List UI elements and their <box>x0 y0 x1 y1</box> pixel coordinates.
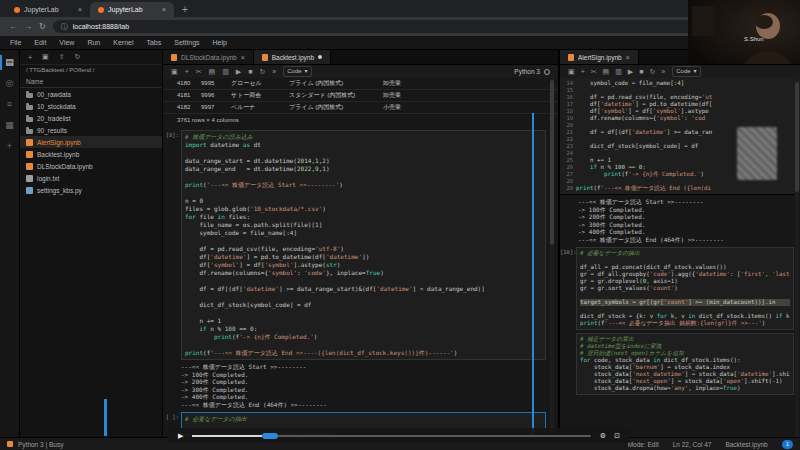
running-sessions-icon[interactable]: ◎ <box>6 78 14 88</box>
menu-item[interactable]: Run <box>87 39 100 46</box>
close-tab-icon[interactable]: × <box>78 6 82 13</box>
cell-type-dropdown[interactable]: Code ▾ <box>672 66 700 77</box>
add-cell-icon[interactable]: + <box>581 68 585 75</box>
copy-cell-icon[interactable]: ▤ <box>603 68 610 75</box>
panel-resize-highlight[interactable] <box>532 113 534 437</box>
code-editor[interactable]: # 株価データの読み込みimport datetime as dt data_r… <box>181 130 546 360</box>
new-folder-icon[interactable]: ▣ <box>42 53 49 61</box>
file-backtest-ipynb[interactable]: Backtest.ipynb <box>20 148 162 160</box>
jupyter-favicon-icon <box>98 7 104 13</box>
notebook-scroll-area[interactable]: 4180 9995 グローセル プライム (内国株式) 卸売業 4181 999… <box>163 78 558 437</box>
file-alertsign-ipynb[interactable]: AlertSign.ipynb <box>20 136 162 148</box>
menu-item[interactable]: File <box>10 39 21 46</box>
tab-label: AlertSign.ipynb <box>578 54 622 61</box>
code-editor[interactable]: # 必要なデータの抽出 df_all = pd.concat(dict_df_s… <box>576 247 794 330</box>
file-login-txt[interactable]: login.txt <box>20 172 162 184</box>
editor-mode[interactable]: Mode: Edit <box>628 441 659 448</box>
output-line: ---<< 株価データ読込 End (464件) >>-------- <box>578 236 800 244</box>
file-dlstockdata-ipynb[interactable]: DLStockData.ipynb <box>20 160 162 172</box>
new-launcher-icon[interactable]: + <box>28 54 32 61</box>
browser-tabstrip: JupyterLab × JupyterLab × + <box>0 0 800 17</box>
browser-tab[interactable]: JupyterLab × <box>90 2 174 17</box>
file-label: 20_tradelist <box>37 115 71 122</box>
video-progress-handle[interactable] <box>262 433 278 439</box>
add-cell-icon[interactable]: + <box>185 68 189 75</box>
cut-cell-icon[interactable]: ✂ <box>196 68 202 75</box>
restart-run-all-icon[interactable]: » <box>661 68 665 75</box>
tab-dlstockdata[interactable]: DLStockData.ipynb × <box>163 50 254 64</box>
file-list-header[interactable]: Name <box>20 76 162 88</box>
kernel-busy-icon <box>7 441 13 447</box>
cell-prompt <box>560 333 576 395</box>
restart-kernel-icon[interactable]: ↻ <box>649 68 655 75</box>
close-tab-icon[interactable]: × <box>241 54 245 61</box>
reload-icon[interactable]: ↻ <box>39 22 46 31</box>
menu-item[interactable]: Settings <box>174 39 199 46</box>
active-sidebar-indicator <box>0 55 2 70</box>
save-icon[interactable]: ▣ <box>568 68 575 75</box>
forward-icon[interactable]: → <box>24 22 32 31</box>
breadcrumb[interactable]: / TTGBacktest / POffend / <box>20 65 162 76</box>
settings-icon[interactable]: ⚙ <box>600 432 606 440</box>
file-label: 00_rawdata <box>37 91 71 98</box>
cell-type-dropdown[interactable]: Code ▾ <box>283 66 311 77</box>
menu-item[interactable]: Kernel <box>113 39 133 46</box>
upload-icon[interactable]: ⇧ <box>59 53 65 61</box>
folder-20-tradelist[interactable]: 20_tradelist <box>20 112 162 124</box>
folder-90-results[interactable]: 90_results <box>20 124 162 136</box>
kernel-indicator[interactable]: Python 3 <box>514 68 550 75</box>
menu-item[interactable]: Tabs <box>146 39 161 46</box>
play-icon[interactable]: ▶ <box>178 432 183 439</box>
file-label: AlertSign.ipynb <box>37 139 81 146</box>
url-bar[interactable]: ⓘ localhost:8888/lab ☆ <box>53 20 759 33</box>
nav-icons: ←→↻ <box>9 22 46 31</box>
output-line: ---<< 株価データ読込 Start >>-------- <box>181 363 558 371</box>
new-tab-button[interactable]: + <box>182 4 188 15</box>
file-settings-kbs-py[interactable]: settings_kbs.py <box>20 184 162 196</box>
menu-item[interactable]: Help <box>213 39 227 46</box>
browser-tab-title: JupyterLab <box>24 6 59 13</box>
restart-kernel-icon[interactable]: ↻ <box>259 68 265 75</box>
folder-00-rawdata[interactable]: 00_rawdata <box>20 88 162 100</box>
back-icon[interactable]: ← <box>9 22 17 31</box>
output-line: ---<< 株価データ読込 End (464件) >>-------- <box>181 401 558 409</box>
run-cell-icon[interactable]: ▶ <box>628 68 633 75</box>
notification-badge[interactable]: 1 <box>782 440 793 449</box>
center-scrollbar[interactable] <box>550 78 554 437</box>
paste-cell-icon[interactable]: ▥ <box>615 68 622 75</box>
paste-cell-icon[interactable]: ▥ <box>222 68 229 75</box>
file-type-icon <box>26 175 33 182</box>
right-scrollbar[interactable] <box>795 78 799 437</box>
stop-kernel-icon[interactable]: ■ <box>639 68 643 75</box>
stop-kernel-icon[interactable]: ■ <box>248 68 252 75</box>
menu-item[interactable]: View <box>59 39 74 46</box>
command-palette-icon[interactable]: ≡ <box>7 99 12 109</box>
save-icon[interactable]: ▣ <box>171 68 178 75</box>
menu-item[interactable]: Edit <box>34 39 46 46</box>
url-text[interactable]: localhost:8888/lab <box>73 23 740 30</box>
browser-tab[interactable]: JupyterLab × <box>6 2 90 17</box>
kernel-status-text[interactable]: Python 3 | Busy <box>18 441 63 448</box>
run-cell-icon[interactable]: ▶ <box>236 68 241 75</box>
copy-cell-icon[interactable]: ▤ <box>209 68 216 75</box>
cut-cell-icon[interactable]: ✂ <box>591 68 597 75</box>
close-tab-icon[interactable]: × <box>626 54 630 61</box>
property-inspector-icon[interactable]: ▦ <box>5 120 14 130</box>
code-editor[interactable]: # 補足データの算出# datetime型をindexに変換# 翌日始値(nex… <box>576 333 794 395</box>
tab-backtest[interactable]: Backtest.ipynb <box>254 50 331 64</box>
tab-alertsign[interactable]: AlertSign.ipynb × <box>560 50 639 64</box>
cursor-position[interactable]: Ln 22, Col 47 <box>673 441 712 448</box>
extensions-icon[interactable]: + <box>7 141 12 151</box>
folder-10-stockdata[interactable]: 10_stockdata <box>20 100 162 112</box>
file-browser-icon[interactable]: ▤ <box>5 57 14 67</box>
right-notebook-panel: AlertSign.ipynb × ▣+✂▤▥▶■↻» Code ▾ 14151… <box>560 50 800 437</box>
site-info-icon[interactable]: ⓘ <box>61 22 68 32</box>
refresh-icon[interactable]: ↻ <box>75 53 81 61</box>
line-number: 23 <box>562 143 573 150</box>
video-progress-bar[interactable] <box>192 435 590 437</box>
table-row: 4180 9995 グローセル プライム (内国株式) 卸売業 <box>163 78 558 90</box>
restart-run-all-icon[interactable]: » <box>272 68 276 75</box>
fullscreen-icon[interactable]: ⊡ <box>614 432 620 440</box>
close-tab-icon[interactable]: × <box>162 6 166 13</box>
cell-collapser[interactable] <box>104 399 107 436</box>
